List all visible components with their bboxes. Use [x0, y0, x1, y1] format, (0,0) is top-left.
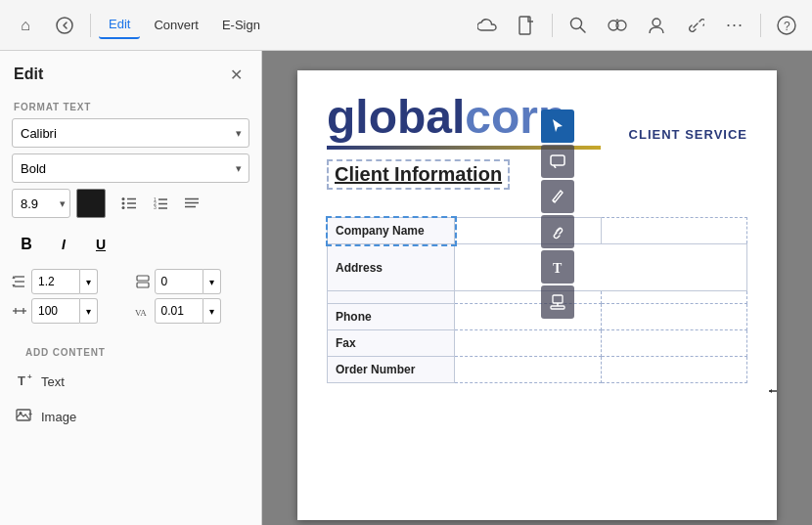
text-tool-btn[interactable]: T — [541, 250, 574, 284]
table-row: Address — [328, 244, 747, 291]
more-button[interactable]: ··· — [717, 8, 752, 43]
scale-icon — [12, 303, 27, 319]
canvas-scroll[interactable]: globalcorp CLIENT SERVICE Client Informa… — [262, 51, 812, 525]
home-button[interactable]: ⌂ — [8, 8, 43, 43]
svg-text:3: 3 — [154, 204, 157, 210]
svg-line-3 — [580, 27, 585, 32]
top-toolbar: ⌂ Edit Convert E-Sign ··· — [0, 0, 812, 51]
color-swatch[interactable] — [76, 189, 106, 218]
convert-nav-btn[interactable]: Convert — [144, 12, 208, 38]
svg-text:?: ? — [784, 20, 790, 33]
svg-point-13 — [122, 206, 125, 209]
phone-val2[interactable] — [601, 304, 747, 330]
para-spacing-input[interactable] — [155, 269, 203, 294]
fax-val2[interactable] — [601, 330, 747, 357]
kerning-ctrl: ▾ — [155, 298, 250, 324]
ordered-list-btn[interactable]: 123 — [147, 190, 174, 217]
esign-nav-btn[interactable]: E-Sign — [212, 12, 270, 38]
cursor-tool-btn[interactable] — [541, 109, 574, 143]
scale-input[interactable] — [31, 298, 80, 324]
kerning-input[interactable] — [155, 298, 203, 324]
add-image-label: Image — [41, 410, 76, 424]
svg-rect-38 — [553, 295, 563, 303]
main-layout: Edit ✕ FORMAT TEXT Calibri Arial Times N… — [0, 51, 812, 525]
toolbar-right: ··· ? — [470, 8, 804, 43]
para-spacing-arrow[interactable]: ▾ — [203, 269, 221, 294]
address-value[interactable] — [455, 244, 747, 291]
logo-global: global — [327, 91, 465, 143]
order-number-val1[interactable] — [455, 357, 602, 383]
fax-val1[interactable] — [455, 330, 602, 357]
help-button[interactable]: ? — [769, 8, 804, 43]
order-number-val2[interactable] — [601, 357, 747, 383]
svg-text:VA: VA — [135, 308, 147, 318]
font-weight-row: Bold Regular Italic — [12, 153, 249, 183]
link-tool-btn[interactable] — [541, 215, 574, 248]
panel-header: Edit ✕ — [0, 51, 261, 94]
spacing-section: ▾ ▾ — [0, 265, 261, 331]
left-panel: Edit ✕ FORMAT TEXT Calibri Arial Times N… — [0, 51, 262, 525]
align-btn[interactable] — [178, 190, 205, 217]
svg-text:+: + — [27, 372, 32, 381]
underline-button[interactable]: U — [86, 230, 115, 259]
line-spacing-arrow[interactable]: ▾ — [80, 269, 98, 294]
line-spacing-ctrl: ▾ — [31, 269, 127, 294]
user-button[interactable] — [639, 8, 674, 43]
font-weight-select-wrap[interactable]: Bold Regular Italic — [12, 153, 249, 183]
file-button[interactable] — [509, 8, 544, 43]
font-size-input[interactable] — [12, 189, 70, 218]
font-family-select[interactable]: Calibri Arial Times New Roman — [12, 118, 249, 148]
comment-tool-btn[interactable] — [541, 145, 574, 178]
add-image-item[interactable]: + Image — [12, 400, 249, 434]
edit-nav-btn[interactable]: Edit — [99, 11, 140, 39]
pdf-header: globalcorp CLIENT SERVICE — [297, 70, 777, 159]
table-row: Phone — [328, 304, 747, 330]
svg-text:+: + — [28, 411, 32, 417]
font-weight-select[interactable]: Bold Regular Italic — [12, 153, 249, 183]
scale-ctrl: ▾ — [31, 298, 127, 324]
kerning-arrow[interactable]: ▾ — [203, 298, 221, 324]
panel-close-button[interactable]: ✕ — [224, 63, 248, 86]
audio-button[interactable] — [600, 8, 635, 43]
client-info-title: Client Information — [327, 159, 510, 190]
company-name-extra[interactable] — [601, 218, 747, 244]
list-icons: 123 — [115, 190, 205, 217]
spacing-row-2: ▾ VA ▾ — [12, 298, 249, 324]
svg-point-34 — [20, 412, 23, 415]
order-number-label: Order Number — [328, 357, 455, 383]
add-content-label: ADD CONTENT — [12, 339, 249, 364]
back-button[interactable] — [47, 8, 82, 43]
search-button[interactable] — [561, 8, 596, 43]
kerning-icon: VA — [135, 303, 151, 319]
svg-text:T: T — [553, 261, 563, 275]
page-canvas: globalcorp CLIENT SERVICE Client Informa… — [297, 70, 777, 520]
size-row: 123 — [12, 189, 249, 218]
pencil-tool-btn[interactable] — [541, 180, 574, 213]
svg-rect-28 — [137, 283, 149, 287]
stamp-tool-btn[interactable] — [541, 285, 574, 319]
address-cont-val1[interactable] — [455, 291, 602, 304]
phone-val1[interactable] — [455, 304, 602, 330]
italic-button[interactable]: I — [49, 230, 78, 259]
font-family-select-wrap[interactable]: Calibri Arial Times New Roman — [12, 118, 249, 148]
scale-arrow[interactable]: ▾ — [80, 298, 98, 324]
unordered-list-btn[interactable] — [115, 190, 143, 217]
svg-point-6 — [653, 19, 660, 26]
scale-wrap: ▾ — [12, 298, 127, 324]
company-name-value[interactable] — [455, 218, 602, 244]
divider-1 — [90, 14, 91, 37]
format-buttons: B I U — [0, 224, 261, 265]
add-text-item[interactable]: T+ Text — [12, 364, 249, 400]
para-spacing-ctrl: ▾ — [155, 269, 250, 294]
cloud-button[interactable] — [470, 8, 505, 43]
line-spacing-input[interactable] — [31, 269, 80, 294]
bold-button[interactable]: B — [12, 230, 41, 259]
address-cont-label — [328, 291, 455, 304]
move-cursor-icon — [767, 379, 777, 408]
table-row: Order Number — [328, 357, 747, 383]
table-row: Company Name — [328, 218, 747, 244]
address-cont-val2[interactable] — [601, 291, 747, 304]
svg-rect-36 — [551, 155, 564, 165]
link-button[interactable] — [678, 8, 713, 43]
kerning-wrap: VA ▾ — [135, 298, 250, 324]
